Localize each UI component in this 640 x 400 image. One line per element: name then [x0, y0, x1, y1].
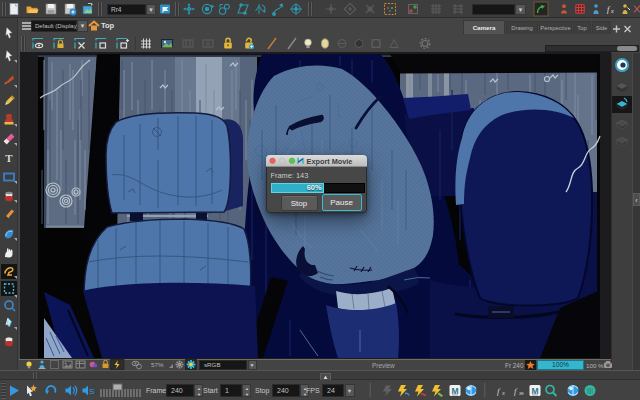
- svg-text:x: x: [501, 389, 505, 396]
- svg-text:f: f: [514, 386, 518, 396]
- svg-text:M: M: [451, 386, 458, 396]
- svg-text:x: x: [610, 8, 614, 14]
- svg-text:f: f: [497, 386, 501, 396]
- svg-text:T: T: [5, 152, 13, 164]
- svg-text:57%: 57%: [151, 361, 164, 368]
- svg-text:S: S: [89, 387, 94, 396]
- svg-text:x: x: [518, 389, 522, 396]
- svg-text:M: M: [531, 386, 538, 396]
